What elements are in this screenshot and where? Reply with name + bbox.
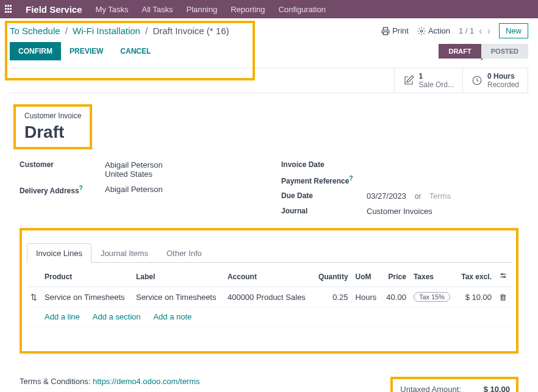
breadcrumb-current: Draft Invoice (* 16) [152, 26, 229, 36]
preview-button[interactable]: PREVIEW [61, 42, 112, 60]
top-navbar: Field Service My Tasks All Tasks Plannin… [0, 0, 538, 18]
add-row: Add a line Add a section Add a note [27, 307, 511, 327]
stage-posted[interactable]: POSTED [481, 44, 528, 59]
status-bar: DRAFT POSTED [439, 44, 528, 59]
line-uom[interactable]: Hours [352, 287, 382, 307]
tabs: Invoice Lines Journal Items Other Info [27, 243, 511, 263]
col-price: Price [381, 266, 410, 287]
new-button[interactable]: New [499, 23, 528, 38]
col-taxes: Taxes [410, 266, 456, 287]
doc-subtitle: Customer Invoice [24, 112, 81, 120]
action-bar: CONFIRM PREVIEW CANCEL DRAFT POSTED [0, 42, 538, 60]
nav-reporting[interactable]: Reporting [231, 5, 265, 14]
app-name[interactable]: Field Service [26, 4, 82, 15]
customer-value[interactable]: Abigail Peterson United States [105, 160, 163, 179]
breadcrumb-to-schedule[interactable]: To Schedule [10, 26, 60, 36]
breadcrumb-wifi[interactable]: Wi-Fi Installation [73, 26, 140, 36]
nav-configuration[interactable]: Configuration [279, 5, 326, 14]
line-account[interactable]: 400000 Product Sales [224, 287, 313, 307]
table-row[interactable]: ⇅ Service on Timesheets Service on Times… [27, 287, 511, 307]
svg-point-4 [501, 274, 503, 275]
totals: Untaxed Amount:$ 10.00 Tax 15%:$ 1.50 To… [390, 377, 518, 392]
delivery-label: Delivery Address? [20, 185, 105, 195]
journal-value[interactable]: Customer Invoices [367, 207, 432, 216]
add-line-link[interactable]: Add a line [45, 312, 80, 321]
print-button[interactable]: Print [381, 26, 409, 35]
col-account: Account [224, 266, 313, 287]
untaxed-label: Untaxed Amount: [399, 385, 461, 392]
nav-my-tasks[interactable]: My Tasks [96, 5, 129, 14]
tab-journal-items[interactable]: Journal Items [91, 243, 157, 263]
invoice-lines-table: Product Label Account Quantity UoM Price… [27, 266, 511, 327]
tab-other-info[interactable]: Other Info [157, 243, 211, 263]
breadcrumb: To Schedule / Wi-Fi Installation / Draft… [10, 26, 229, 36]
top-nav: My Tasks All Tasks Planning Reporting Co… [96, 5, 326, 14]
add-section-link[interactable]: Add a section [93, 312, 141, 321]
terms-field[interactable]: Terms [429, 191, 451, 201]
col-product: Product [41, 266, 132, 287]
journal-label: Journal [281, 207, 367, 216]
line-price[interactable]: 40.00 [381, 287, 410, 307]
line-label[interactable]: Service on Timesheets [132, 287, 224, 307]
pager-next-icon[interactable]: › [487, 26, 490, 37]
payment-ref-label: Payment Reference? [281, 175, 367, 185]
svg-point-5 [504, 276, 505, 277]
col-qty: Quantity [313, 266, 351, 287]
stat-boxes: 1Sale Ord... 0 HoursRecorded [10, 68, 528, 93]
edit-icon [403, 75, 414, 86]
header-row: To Schedule / Wi-Fi Installation / Draft… [0, 18, 538, 42]
add-note-link[interactable]: Add a note [153, 312, 192, 321]
svg-point-0 [420, 30, 423, 32]
line-taxexcl[interactable]: $ 10.00 [456, 287, 495, 307]
invoice-date-label: Invoice Date [281, 160, 367, 169]
line-qty[interactable]: 0.25 [313, 287, 351, 307]
line-taxes[interactable]: Tax 15% [410, 287, 456, 307]
delivery-value[interactable]: Abigail Peterson [105, 185, 163, 195]
due-date-value[interactable]: 03/27/2023 [367, 191, 406, 201]
stat-hours-recorded[interactable]: 0 HoursRecorded [462, 68, 528, 93]
terms-link[interactable]: https://demo4.odoo.com/terms [93, 377, 200, 386]
pager-text: 1 / 1 [459, 26, 474, 35]
form-sheet: Customer Invoice Draft Customer Abigail … [0, 93, 538, 365]
line-product[interactable]: Service on Timesheets [41, 287, 132, 307]
header-actions: Print Action 1 / 1 ‹ › New [381, 23, 528, 38]
drag-handle-icon[interactable]: ⇅ [27, 287, 41, 307]
col-label: Label [132, 266, 224, 287]
confirm-button[interactable]: CONFIRM [10, 42, 61, 60]
nav-all-tasks[interactable]: All Tasks [142, 5, 173, 14]
col-uom: UoM [352, 266, 382, 287]
action-button[interactable]: Action [417, 26, 450, 35]
stat-sale-orders[interactable]: 1Sale Ord... [394, 68, 462, 93]
due-date-label: Due Date [281, 191, 367, 201]
gear-icon [417, 27, 426, 35]
clock-icon [472, 75, 482, 86]
untaxed-value: $ 10.00 [461, 385, 510, 392]
print-icon [381, 27, 390, 35]
cancel-button[interactable]: CANCEL [112, 42, 159, 60]
settings-icon[interactable] [499, 271, 508, 280]
nav-planning[interactable]: Planning [187, 5, 218, 14]
pager: 1 / 1 ‹ › [459, 26, 490, 37]
customer-label: Customer [20, 160, 105, 179]
terms-conditions: Terms & Conditions: https://demo4.odoo.c… [20, 377, 200, 386]
col-taxexcl: Tax excl. [456, 266, 495, 287]
tab-invoice-lines[interactable]: Invoice Lines [27, 243, 91, 263]
doc-title: Draft [24, 123, 81, 142]
stage-draft[interactable]: DRAFT [439, 44, 481, 59]
apps-icon[interactable] [5, 5, 13, 13]
or-text: or [415, 192, 421, 201]
delete-row-icon[interactable]: 🗑 [495, 287, 511, 307]
footer-row: Terms & Conditions: https://demo4.odoo.c… [0, 365, 538, 392]
pager-prev-icon[interactable]: ‹ [479, 26, 482, 37]
